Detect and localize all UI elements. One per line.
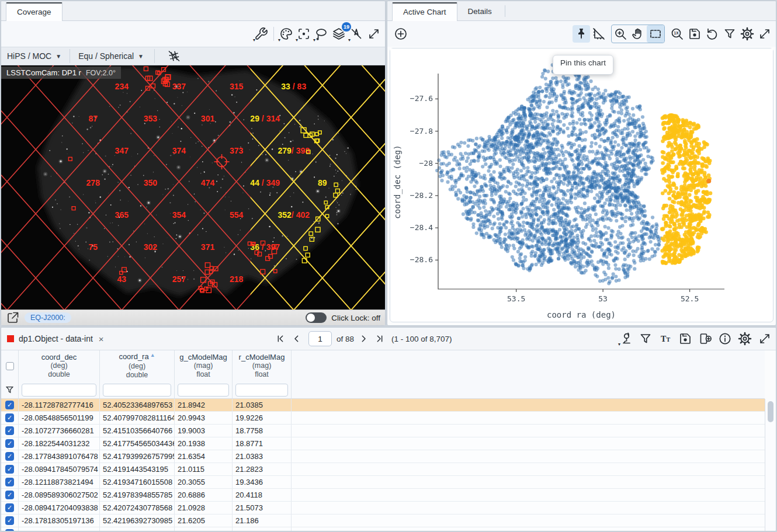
tab-active-chart[interactable]: Active Chart: [392, 2, 457, 21]
table-row[interactable]: ✓-28.1172878277741652.4052336489765321.8…: [1, 399, 765, 412]
select-mode-button[interactable]: [647, 25, 664, 43]
expand-coverage-button[interactable]: [365, 25, 383, 43]
page-input[interactable]: [308, 331, 332, 346]
checkbox-checked-icon: ✓: [5, 516, 14, 525]
select-region-button[interactable]: ▾: [313, 25, 330, 43]
pin-tooltip: Pin this chart: [553, 55, 613, 75]
filter-input-r_cModelMag[interactable]: [235, 384, 288, 397]
table-options-button[interactable]: [737, 331, 753, 347]
table-panel: dp1.Object - data-int × of 88 (1 - 100 o…: [1, 327, 776, 531]
column-header-g_cModelMag[interactable]: g_cModelMag (mag) float: [175, 350, 233, 381]
chart-options-button[interactable]: [738, 25, 756, 43]
open-external-icon[interactable]: [6, 311, 20, 325]
column-header-coord_ra[interactable]: coord_ra▲ (deg) double: [100, 350, 175, 381]
table-info-button[interactable]: [717, 331, 733, 347]
row-checkbox[interactable]: ✓: [1, 527, 19, 531]
filter-input-coord_ra[interactable]: [103, 384, 171, 397]
row-checkbox[interactable]: ✓: [1, 437, 19, 450]
table-row[interactable]: ✓-28.1072773666028152.4151035664076619.9…: [1, 425, 765, 437]
click-lock-toggle[interactable]: [306, 312, 327, 323]
last-page-button[interactable]: [373, 332, 387, 346]
table-row[interactable]: ✓-28.08941784507957452.419144354319521.0…: [1, 463, 765, 476]
coverage-grid-count: 374: [172, 146, 186, 155]
table-row[interactable]: ✓: [1, 527, 765, 531]
table-cell: [100, 527, 175, 531]
checkbox-checked-icon: ✓: [5, 413, 14, 422]
grid-off-button[interactable]: [165, 47, 183, 65]
column-name: g_cModelMag: [179, 353, 227, 361]
projection-dropdown[interactable]: Equ / Spherical▼: [78, 51, 144, 61]
row-checkbox[interactable]: ✓: [1, 425, 19, 437]
table-title: dp1.Object - data-int: [19, 334, 93, 343]
rotate-north-off-button[interactable]: ▾: [348, 25, 365, 43]
table-cell: 18.8771: [233, 437, 292, 450]
table-cell: 19.3436: [233, 476, 292, 488]
row-checkbox[interactable]: ✓: [1, 514, 19, 527]
table-title-tab[interactable]: dp1.Object - data-int ×: [7, 328, 105, 350]
hips-moc-dropdown[interactable]: HiPS / MOC▼: [7, 51, 61, 61]
pan-mode-button[interactable]: [629, 25, 647, 43]
pin-chart-button[interactable]: [573, 25, 590, 43]
table-cell: 21.5073: [233, 502, 292, 514]
analyze-table-button[interactable]: ▾: [618, 331, 634, 347]
table-cell: 21.0385: [233, 399, 292, 411]
first-page-button[interactable]: [273, 332, 287, 346]
add-column-button[interactable]: [697, 331, 713, 347]
select-all-header[interactable]: [1, 350, 19, 381]
table-row[interactable]: ✓-28.0854885650119952.40799708281116420.…: [1, 412, 765, 425]
tools-button[interactable]: ▾: [252, 25, 270, 43]
select-all-checkbox[interactable]: [6, 362, 14, 370]
color-settings-button[interactable]: ▾: [278, 25, 295, 43]
save-table-button[interactable]: [677, 331, 693, 347]
row-checkbox[interactable]: ✓: [1, 412, 19, 424]
recenter-button[interactable]: ▾: [295, 25, 313, 43]
table-row[interactable]: ✓-28.08958930602750252.4197839485578520.…: [1, 489, 765, 502]
row-checkbox[interactable]: ✓: [1, 399, 19, 411]
filter-input-g_cModelMag[interactable]: [178, 384, 229, 397]
prev-page-button[interactable]: [290, 332, 304, 346]
table-color-marker-icon: [7, 335, 14, 342]
row-checkbox[interactable]: ✓: [1, 450, 19, 463]
table-row[interactable]: ✓-28.1781830519713652.4219639273098521.6…: [1, 514, 765, 527]
table-row[interactable]: ✓-28.182254403123252.41775456503443620.1…: [1, 437, 765, 450]
next-page-button[interactable]: [356, 332, 370, 346]
table-vertical-scrollbar[interactable]: [765, 399, 776, 531]
coverage-sky-image[interactable]: 23433731533 / 838735330129 / 31434737437…: [1, 65, 385, 310]
column-header-r_cModelMag[interactable]: r_cModelMag (mag) float: [233, 350, 292, 381]
row-checkbox[interactable]: ✓: [1, 476, 19, 488]
caret-down-icon: ▾: [253, 37, 255, 43]
expand-table-button[interactable]: [757, 331, 773, 347]
expand-chart-button[interactable]: [756, 25, 773, 43]
sort-ascending-icon: ▲: [150, 352, 155, 358]
filter-table-button[interactable]: [637, 331, 654, 347]
column-unit: (mag): [194, 361, 213, 370]
zoom-original-button[interactable]: [668, 25, 686, 43]
column-unit: (deg): [50, 361, 67, 370]
restore-chart-button[interactable]: [703, 25, 721, 43]
layers-button[interactable]: 19: [330, 25, 348, 43]
axes-off-button[interactable]: [590, 25, 608, 43]
tab-coverage[interactable]: Coverage: [6, 2, 63, 21]
table-filter-row: [1, 381, 765, 399]
row-checkbox[interactable]: ✓: [1, 502, 19, 514]
scatter-chart[interactable]: [390, 48, 773, 322]
filter-chart-button[interactable]: [721, 25, 738, 43]
scrollbar-thumb[interactable]: [768, 401, 773, 422]
save-chart-button[interactable]: [686, 25, 703, 43]
add-chart-button[interactable]: [392, 25, 410, 43]
table-row[interactable]: ✓-28.08941720409383852.4207243077856821.…: [1, 502, 765, 514]
zoom-mode-button[interactable]: [612, 25, 629, 43]
column-header-coord_dec[interactable]: coord_dec (deg) double: [19, 350, 100, 381]
table-row[interactable]: ✓-28.17784389107647852.41793992675799521…: [1, 450, 765, 463]
row-checkbox[interactable]: ✓: [1, 489, 19, 501]
table-cell: 20.3055: [175, 476, 233, 488]
tab-details[interactable]: Details: [457, 3, 502, 20]
column-type: double: [126, 371, 148, 380]
table-cell: 21.8942: [175, 399, 233, 411]
text-view-button[interactable]: [657, 331, 674, 347]
row-checkbox[interactable]: ✓: [1, 463, 19, 475]
filter-input-coord_dec[interactable]: [22, 384, 96, 397]
table-row[interactable]: ✓-28.1211887382149452.4193471601550820.3…: [1, 476, 765, 489]
table-cell: 21.186: [233, 514, 292, 527]
close-table-icon[interactable]: ×: [98, 334, 105, 344]
